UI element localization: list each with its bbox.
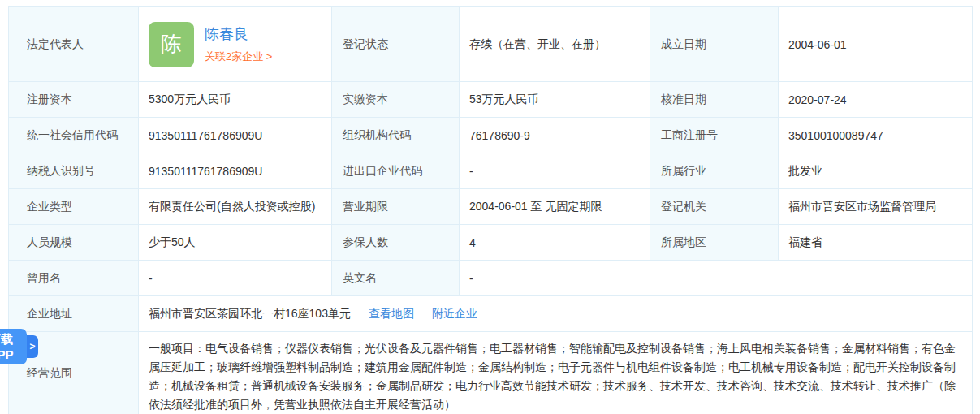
reg-status-value: 存续（在营、开业、在册）	[460, 7, 650, 82]
address-label: 企业地址	[9, 296, 139, 332]
download-app-line1: 下载	[0, 331, 13, 347]
reg-number-label: 工商注册号	[650, 118, 779, 153]
business-term-value: 2004-06-01 至 无固定期限	[460, 189, 650, 225]
industry-label: 所属行业	[650, 153, 779, 189]
reg-authority-value: 福州市晋安区市场监督管理局	[779, 189, 973, 225]
company-type-value: 有限责任公司(自然人投资或控股)	[139, 189, 332, 225]
establish-date-value: 2004-06-01	[779, 7, 973, 82]
business-term-label: 营业期限	[332, 189, 460, 225]
table-row: 注册资本 5300万元人民币 实缴资本 53万元人民币 核准日期 2020-07…	[9, 82, 973, 118]
staff-size-value: 少于50人	[139, 225, 332, 261]
reg-authority-label: 登记机关	[650, 189, 779, 225]
credit-code-label: 统一社会信用代码	[9, 118, 139, 153]
staff-size-label: 人员规模	[9, 225, 139, 261]
approval-date-label: 核准日期	[650, 82, 779, 118]
nearby-companies-link[interactable]: 附近企业	[432, 307, 477, 321]
import-export-value: -	[460, 153, 650, 189]
download-app-badge[interactable]: 下载 APP	[0, 329, 27, 364]
paid-capital-label: 实缴资本	[332, 82, 460, 118]
table-row: 人员规模 少于50人 参保人数 4 所属地区 福建省	[9, 225, 973, 261]
former-name-value: -	[139, 261, 332, 296]
import-export-label: 进出口企业代码	[332, 153, 460, 189]
insured-count-value: 4	[460, 225, 650, 261]
company-type-label: 企业类型	[9, 189, 139, 225]
business-scope-value: 一般项目：电气设备销售；仪器仪表销售；光伏设备及元器件销售；电工器材销售；智能输…	[139, 332, 973, 414]
legal-rep-cell: 陈 陈春良 关联2家企业 >	[139, 7, 332, 82]
establish-date-label: 成立日期	[650, 7, 779, 82]
legal-rep-avatar[interactable]: 陈	[149, 22, 194, 67]
table-row: 法定代表人 陈 陈春良 关联2家企业 > 登记状态 存续（在营、开业、在册） 成…	[9, 7, 973, 82]
credit-code-value: 91350111761786909U	[139, 118, 332, 153]
org-code-value: 76178690-9	[460, 118, 650, 153]
former-name-label: 曾用名	[9, 261, 139, 296]
legal-rep-name-link[interactable]: 陈春良	[205, 24, 272, 44]
reg-capital-label: 注册资本	[9, 82, 139, 118]
approval-date-value: 2020-07-24	[779, 82, 973, 118]
address-value: 福州市晋安区茶园环北一村16座103单元	[149, 307, 351, 321]
view-map-link[interactable]: 查看地图	[369, 307, 414, 321]
app-badge-chevron-icon[interactable]: >	[27, 335, 38, 358]
company-info-table: 法定代表人 陈 陈春良 关联2家企业 > 登记状态 存续（在营、开业、在册） 成…	[8, 6, 973, 414]
taxpayer-id-label: 纳税人识别号	[9, 153, 139, 189]
legal-rep-info: 陈春良 关联2家企业 >	[205, 24, 272, 64]
industry-value: 批发业	[779, 153, 973, 189]
address-cell: 福州市晋安区茶园环北一村16座103单元 查看地图 附近企业	[139, 296, 973, 332]
table-row: 企业类型 有限责任公司(自然人投资或控股) 营业期限 2004-06-01 至 …	[9, 189, 973, 225]
table-row: 纳税人识别号 91350111761786909U 进出口企业代码 - 所属行业…	[9, 153, 973, 189]
region-value: 福建省	[779, 225, 973, 261]
taxpayer-id-value: 91350111761786909U	[139, 153, 332, 189]
org-code-label: 组织机构代码	[332, 118, 460, 153]
legal-rep-label: 法定代表人	[9, 7, 139, 82]
insured-count-label: 参保人数	[332, 225, 460, 261]
region-label: 所属地区	[650, 225, 779, 261]
related-companies-link[interactable]: 关联2家企业 >	[205, 50, 272, 64]
reg-status-label: 登记状态	[332, 7, 460, 82]
download-app-line2: APP	[0, 347, 13, 362]
table-row: 企业地址 福州市晋安区茶园环北一村16座103单元 查看地图 附近企业	[9, 296, 973, 332]
english-name-value: -	[460, 261, 973, 296]
table-row: 经营范围 一般项目：电气设备销售；仪器仪表销售；光伏设备及元器件销售；电工器材销…	[9, 332, 973, 414]
reg-number-value: 350100100089747	[779, 118, 973, 153]
table-row: 曾用名 - 英文名 -	[9, 261, 973, 296]
table-row: 统一社会信用代码 91350111761786909U 组织机构代码 76178…	[9, 118, 973, 153]
english-name-label: 英文名	[332, 261, 460, 296]
paid-capital-value: 53万元人民币	[460, 82, 650, 118]
reg-capital-value: 5300万元人民币	[139, 82, 332, 118]
